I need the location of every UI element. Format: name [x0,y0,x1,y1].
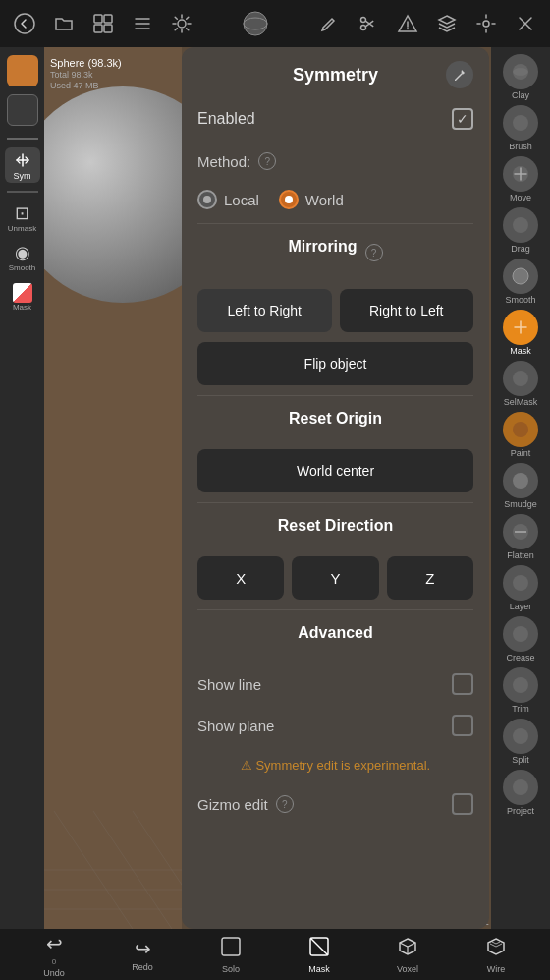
toolbar-scissors-icon[interactable] [350,5,387,42]
panel-header: Symmetry [182,47,489,98]
mirroring-help-icon[interactable]: ? [365,244,383,261]
toolbar-back-icon[interactable] [6,5,43,42]
svg-point-28 [513,473,528,489]
right-tool-flatten[interactable]: Flatten [493,511,548,562]
right-tool-project[interactable]: Project [493,767,548,818]
smooth-icon [503,259,538,294]
svg-point-5 [178,20,186,28]
brush-icon [503,105,538,141]
toolbar-models-icon[interactable] [84,5,122,42]
color-swatch-secondary[interactable] [7,94,38,126]
mirror-btn-row: Left to Right Right to Left [182,289,489,342]
radio-local[interactable]: Local [197,190,259,209]
undo-count: 0 [52,957,56,966]
right-tool-smooth[interactable]: Smooth [493,256,548,307]
world-center-button[interactable]: World center [197,449,473,492]
right-to-left-button[interactable]: Right to Left [340,289,474,332]
flatten-icon [503,514,538,549]
svg-point-11 [483,21,489,27]
pin-button[interactable] [446,61,473,88]
toolbar-settings-icon[interactable] [468,5,505,42]
bottom-voxel[interactable]: Voxel [383,936,432,974]
toolbar-pen-icon[interactable] [310,5,348,42]
local-radio-dot[interactable] [197,190,217,209]
sym-icon [13,150,32,170]
left-tool-unmask[interactable]: ⊡ Unmask [5,201,40,236]
trim-icon [503,667,538,703]
bottom-undo[interactable]: ↩ 0 Undo [29,932,79,978]
left-tool-unmask-label: Unmask [8,224,36,233]
enabled-checkbox[interactable]: ✓ [452,108,473,130]
right-tool-crease[interactable]: Crease [493,613,548,664]
right-tool-mask[interactable]: Mask [493,307,548,358]
voxel-icon [397,936,418,962]
symmetry-panel: Symmetry Enabled ✓ Method: ? Local World… [182,47,489,929]
left-tool-mask[interactable]: Mask [5,279,40,315]
reset-direction-section: Reset Direction [182,503,489,556]
gizmo-checkbox[interactable] [452,793,473,815]
bottom-mask[interactable]: Mask [295,936,344,974]
advanced-section: Advanced [182,610,489,663]
bottom-wire[interactable]: Wire [471,936,521,974]
svg-point-33 [513,677,528,693]
right-tool-brush[interactable]: Brush [493,102,548,153]
canvas-sphere [44,86,182,303]
color-swatch-primary[interactable] [7,55,38,86]
gizmo-left: Gizmo edit ? [197,795,294,813]
right-tool-layer[interactable]: Layer [493,562,548,613]
radio-world[interactable]: World [279,190,344,209]
toolbar-sphere-icon[interactable] [237,5,274,42]
mask-label: Mask [510,346,531,356]
svg-point-27 [513,422,528,437]
canvas-info: Sphere (98.3k) Total 98.3k Used 47 MB [50,57,122,90]
x-button[interactable]: X [197,556,284,600]
left-tool-smooth-label: Smooth [9,263,36,272]
right-tool-split[interactable]: Split [493,716,548,767]
redo-icon: ↪ [135,937,151,960]
gizmo-help-icon[interactable]: ? [276,795,294,813]
world-radio-dot[interactable] [279,190,299,209]
advanced-title: Advanced [197,624,473,642]
mask-bottom-icon [308,936,330,962]
left-tool-sym[interactable]: Sym [5,147,40,183]
left-tool-sym-label: Sym [14,171,31,181]
left-tool-smooth[interactable]: ◉ Smooth [5,240,40,275]
right-tool-drag[interactable]: Drag [493,204,548,256]
project-label: Project [507,806,534,816]
show-plane-checkbox[interactable] [452,715,473,736]
left-tool-mask-label: Mask [13,303,31,312]
right-tool-paint[interactable]: Paint [493,409,548,460]
bottom-solo[interactable]: Solo [206,936,255,974]
layer-icon [503,565,538,601]
method-row: Method: ? [182,144,489,182]
right-tool-clay[interactable]: Clay [493,51,548,102]
toolbar-grid-icon[interactable] [124,5,161,42]
right-tool-selmask[interactable]: SelMask [493,358,548,409]
method-label: Method: [197,153,250,170]
toolbar-close-icon[interactable] [507,5,544,42]
unmask-icon: ⊡ [13,203,32,223]
show-line-checkbox[interactable] [452,673,473,695]
mirroring-section: Mirroring ? [182,224,489,289]
toolbar-warning-icon[interactable] [389,5,426,42]
svg-rect-4 [104,25,112,32]
right-tool-trim[interactable]: Trim [493,664,548,716]
gizmo-row: Gizmo edit ? [182,783,489,825]
crease-label: Crease [506,653,534,663]
toolbar-sun-icon[interactable] [163,5,200,42]
method-help-icon[interactable]: ? [258,152,276,170]
y-button[interactable]: Y [292,556,378,600]
bottom-redo[interactable]: ↪ Redo [118,937,167,972]
toolbar-folder-icon[interactable] [45,5,82,42]
flip-object-button[interactable]: Flip object [197,342,473,385]
local-label: Local [224,192,259,208]
divider [7,138,38,140]
toolbar-layers-icon[interactable] [428,5,466,42]
z-button[interactable]: Z [387,556,473,600]
left-to-right-button[interactable]: Left to Right [197,289,332,332]
wire-label: Wire [487,964,506,974]
svg-point-22 [513,217,528,233]
right-tool-move[interactable]: Move [493,153,548,204]
svg-point-9 [361,18,366,23]
right-tool-smudge[interactable]: Smudge [493,460,548,511]
